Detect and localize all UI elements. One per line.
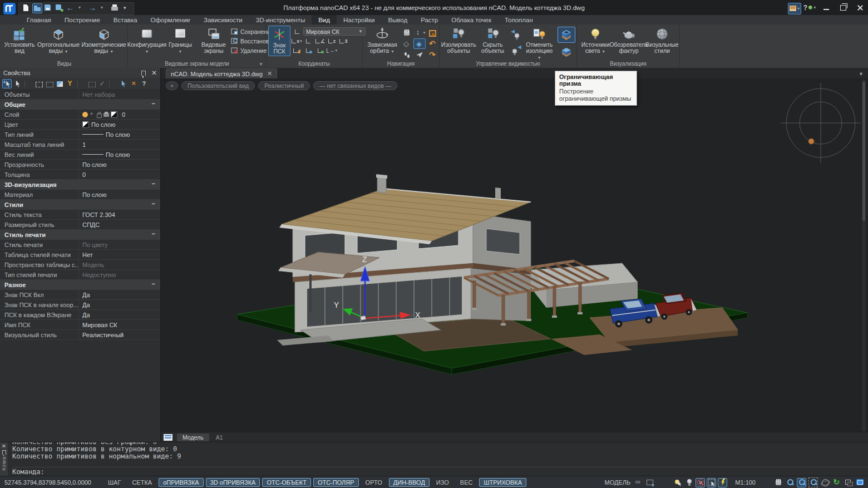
ribbon-tab[interactable]: Облака точек	[445, 15, 498, 24]
viewport-control-pill[interactable]: Реалистичный	[258, 81, 310, 90]
status-icon-button[interactable]	[797, 478, 806, 487]
qat-button[interactable]	[77, 3, 87, 13]
property-row[interactable]: Визуальный стиль Реалистичный −	[0, 330, 160, 340]
status-toggle-button[interactable]: ОТС-ПОЛЯР	[313, 478, 359, 487]
status-icon-button[interactable]	[696, 478, 705, 487]
hide-rest-button[interactable]	[510, 45, 521, 57]
status-icon-button[interactable]	[844, 478, 853, 487]
bounding-prism-button[interactable]	[558, 27, 575, 43]
property-row[interactable]: Слой 0 −	[0, 110, 160, 120]
collapse-icon[interactable]: −	[152, 230, 155, 237]
ucs-tool-button[interactable]: z▾	[327, 37, 337, 45]
property-row[interactable]: Тип стилей печати Недоступно −	[0, 270, 160, 280]
restore-button[interactable]	[835, 0, 851, 15]
nav-tool-button[interactable]: ▾	[426, 50, 438, 60]
layout-tab[interactable]: Модель	[177, 433, 209, 441]
ribbon-tab[interactable]: Зависимости	[197, 15, 249, 24]
status-icon-button[interactable]	[707, 478, 716, 487]
command-history[interactable]: Количество примитивов без графики: 0Коли…	[12, 442, 868, 476]
status-toggle-button[interactable]: ШАГ	[103, 478, 125, 487]
property-row[interactable]: Имя ПСК Мировая СК −	[0, 320, 160, 330]
property-row[interactable]: Стиль печати −	[0, 230, 160, 240]
status-icon-button[interactable]	[820, 478, 830, 487]
light-sources-button[interactable]: Источники света ▼	[579, 26, 611, 56]
qat-button[interactable]	[88, 3, 98, 13]
viewport-scrollbar[interactable]	[862, 80, 866, 431]
status-toggle-button[interactable]: ВЕС	[456, 478, 477, 487]
nanocad-logo-icon[interactable]	[3, 3, 17, 14]
status-toggle-button[interactable]: ОТС-ОБЪЕКТ	[262, 478, 310, 487]
properties-tool-button[interactable]	[23, 79, 33, 88]
status-toggle-button[interactable]: ОРТО	[361, 478, 387, 487]
status-toggle-button[interactable]: 3D оПРИВЯЗКА	[206, 478, 260, 487]
ucs-tool-button[interactable]: ▾	[315, 46, 326, 55]
command-pin-icon[interactable]	[2, 450, 6, 455]
nav-tool-button[interactable]: ▾	[413, 27, 426, 38]
doc-tabs-overflow-icon[interactable]: ▼	[859, 71, 864, 77]
properties-tool-button[interactable]	[55, 79, 65, 88]
property-row[interactable]: Толщина 0 −	[0, 170, 160, 180]
status-icon-button[interactable]	[832, 478, 841, 487]
tab-close-icon[interactable]: ✕	[267, 70, 272, 77]
qat-button[interactable]	[66, 3, 76, 13]
scale-indicator[interactable]: М1:100	[735, 479, 756, 486]
properties-tool-button[interactable]	[119, 79, 128, 88]
property-row[interactable]: Пространство таблицы с... Модель −	[0, 260, 160, 270]
nav-tool-button[interactable]: ▾	[426, 27, 438, 38]
property-row[interactable]: Общие −	[0, 100, 160, 110]
qat-button[interactable]	[55, 3, 65, 13]
dependent-orbit-button[interactable]: Зависимая орбита ▼	[365, 26, 400, 56]
toolbar-grid-button[interactable]: ▾	[788, 3, 801, 14]
ribbon-tab[interactable]: Главная	[20, 15, 58, 24]
properties-tool-button[interactable]	[66, 79, 75, 88]
material-browser-button[interactable]: Обозреватель фактур	[613, 26, 645, 55]
isolate-objects-button[interactable]: Изолировать объекты	[442, 26, 476, 55]
vp-screens-button[interactable]: Видовые экраны	[198, 26, 230, 55]
ucs-tool-button[interactable]: ▾	[292, 46, 302, 55]
qat-button[interactable]	[43, 3, 53, 13]
document-tab[interactable]: nCAD. Модель коттеджа 3D.dwg ✕	[166, 68, 277, 78]
properties-tool-button[interactable]	[13, 79, 22, 88]
pin-icon[interactable]	[141, 71, 146, 76]
ribbon-tab[interactable]: Растр	[414, 15, 445, 24]
ribbon-tab[interactable]: Вставка	[107, 15, 144, 24]
collapse-icon[interactable]: −	[152, 200, 155, 207]
qat-button[interactable]	[121, 3, 131, 13]
qat-button[interactable]	[21, 3, 31, 13]
property-row[interactable]: Стиль текста ГОСТ 2.304 −	[0, 210, 160, 220]
viewport[interactable]: Z X Y	[161, 78, 868, 432]
model-space-button[interactable]: МОДЕЛЬ	[605, 479, 631, 486]
status-toggle-button[interactable]: ИЗО	[432, 478, 453, 487]
nav-tool-button[interactable]: ▾	[401, 50, 413, 60]
nav-tool-button[interactable]: ▾	[401, 27, 413, 38]
viewport-control-pill[interactable]: — нет связанных видов —	[313, 81, 397, 90]
property-row[interactable]: 3D-визуализация −	[0, 180, 160, 190]
visual-styles-button[interactable]: Визуальные стили	[646, 26, 678, 55]
help-button[interactable]: ▾	[801, 0, 818, 15]
ucs-tool-button[interactable]: ∠▾	[315, 37, 326, 45]
status-toggle-button[interactable]: оПРИВЯЗКА	[159, 478, 204, 487]
vp-config-button[interactable]: Конфигурация▼	[131, 26, 163, 56]
collapse-icon[interactable]: −	[152, 100, 155, 107]
properties-tool-button[interactable]	[87, 79, 96, 88]
panel-close-icon[interactable]: ✕	[151, 70, 157, 76]
unisolate-button[interactable]: Отменить изоляцию ▼	[522, 26, 556, 62]
property-row[interactable]: Вес линий По слою −	[0, 150, 160, 160]
command-line-panel[interactable]: ✕ Кома Количество примитивов без графики…	[0, 442, 868, 476]
property-row[interactable]: Разное −	[0, 280, 160, 290]
property-row[interactable]: Размерный стиль СПДС −	[0, 220, 160, 230]
nav-tool-button[interactable]: ▾	[401, 38, 413, 49]
ucs-tool-button[interactable]: ▾	[303, 37, 314, 45]
ribbon-tab[interactable]: Оформление	[144, 15, 197, 24]
status-icon-button[interactable]	[808, 478, 818, 487]
iso-views-button[interactable]: Изометрические виды ▼	[81, 26, 126, 56]
status-icon-button[interactable]	[645, 478, 654, 487]
ribbon-tab[interactable]: Вид	[312, 15, 337, 24]
qat-button[interactable]	[32, 3, 42, 13]
viewport-control-pill[interactable]: +	[166, 81, 178, 90]
properties-tool-button[interactable]	[76, 79, 86, 88]
qat-button[interactable]	[99, 3, 109, 13]
ribbon-tab[interactable]: Вывод	[381, 15, 414, 24]
property-row[interactable]: Таблица стилей печати Нет −	[0, 250, 160, 260]
command-prompt[interactable]: Команда:	[12, 468, 45, 476]
